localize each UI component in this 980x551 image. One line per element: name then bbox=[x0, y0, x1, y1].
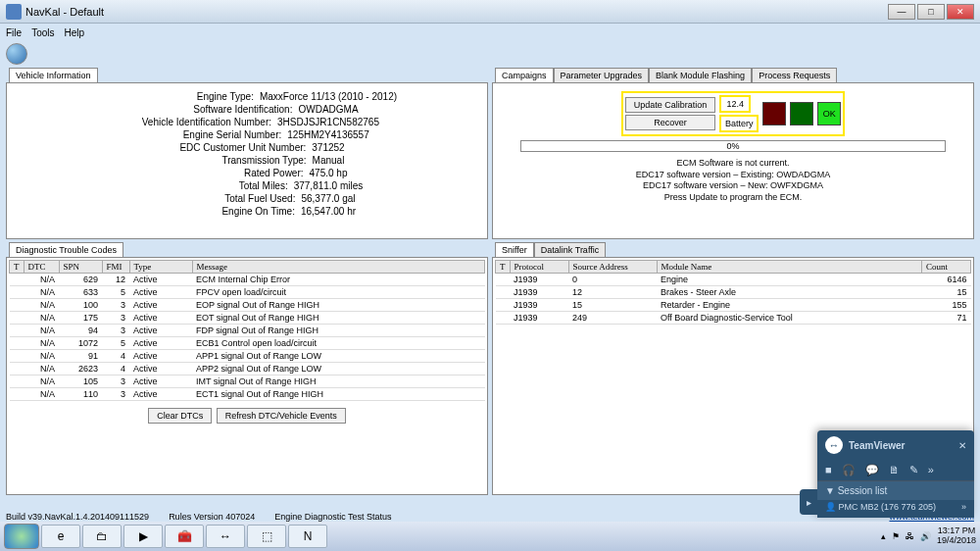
taskbar-teamviewer-icon[interactable]: ↔ bbox=[206, 525, 245, 548]
vehicle-info-panel: Vehicle Information Engine Type:MaxxForc… bbox=[6, 82, 488, 239]
table-row[interactable]: N/A26234ActiveAPP2 signal Out of Range L… bbox=[10, 363, 485, 376]
taskbar-app2-icon[interactable]: ⬚ bbox=[247, 525, 286, 548]
table-row[interactable]: J193912Brakes - Steer Axle15 bbox=[496, 286, 971, 299]
col-dtc[interactable]: DTC bbox=[24, 261, 59, 274]
toolbar bbox=[0, 41, 980, 69]
taskbar-app1-icon[interactable]: 🧰 bbox=[165, 525, 204, 548]
teamviewer-session-item[interactable]: 👤 PMC MB2 (176 776 205)» bbox=[817, 500, 974, 518]
col-src[interactable]: Source Address bbox=[568, 261, 657, 274]
info-value: OWDADGMA bbox=[298, 104, 358, 115]
tv-chat-icon[interactable]: 💬 bbox=[865, 464, 879, 476]
table-row[interactable]: N/A6335ActiveFPCV open load/circuit bbox=[10, 286, 485, 299]
table-row[interactable]: N/A62912ActiveECM Internal Chip Error bbox=[10, 274, 485, 286]
tab-campaigns[interactable]: Campaigns bbox=[495, 68, 554, 82]
sniffer-table: T Protocol Source Address Module Name Co… bbox=[495, 260, 971, 325]
clear-dtcs-button[interactable]: Clear DTCs bbox=[148, 408, 212, 424]
tray-volume-icon[interactable]: 🔊 bbox=[920, 531, 931, 541]
tray-expand-icon[interactable]: ▴ bbox=[881, 531, 886, 541]
tab-sniffer[interactable]: Sniffer bbox=[495, 242, 534, 257]
menu-help[interactable]: Help bbox=[64, 27, 84, 38]
col-fmi[interactable]: FMI bbox=[102, 261, 129, 274]
table-row[interactable]: N/A10725ActiveECB1 Control open load/cir… bbox=[10, 337, 485, 350]
info-label: Total Fuel Used: bbox=[138, 193, 295, 204]
ok-button[interactable]: OK bbox=[817, 102, 841, 125]
ecm-status-text: ECM Software is not current. EDC17 softw… bbox=[636, 158, 831, 204]
menu-file[interactable]: File bbox=[6, 27, 22, 38]
tab-process-req[interactable]: Process Requests bbox=[752, 68, 837, 82]
table-row[interactable]: N/A1753ActiveEOT signal Out of Range HIG… bbox=[10, 312, 485, 325]
teamviewer-session-header[interactable]: ▼ Session list bbox=[817, 480, 974, 500]
progress-bar: 0% bbox=[520, 140, 946, 152]
taskbar-clock[interactable]: 13:17 PM 19/4/2018 bbox=[937, 526, 976, 546]
col-spn[interactable]: SPN bbox=[59, 261, 102, 274]
info-value: Manual bbox=[313, 155, 345, 166]
app-icon bbox=[6, 4, 22, 20]
info-label: EDC Customer Unit Number: bbox=[149, 142, 306, 153]
tv-more-icon[interactable]: » bbox=[928, 464, 934, 476]
info-value: 125HM2Y4136557 bbox=[287, 129, 368, 140]
info-label: Engine Type: bbox=[97, 91, 254, 102]
col-type[interactable]: Type bbox=[129, 261, 192, 274]
window-title: NavKal - Default bbox=[25, 6, 888, 18]
campaign-panel: Campaigns Parameter Upgrades Blank Modul… bbox=[492, 82, 974, 239]
taskbar-ie-icon[interactable]: e bbox=[41, 525, 80, 548]
info-label: Rated Power: bbox=[147, 168, 304, 178]
col-count[interactable]: Count bbox=[922, 261, 971, 274]
col-t2[interactable]: T bbox=[496, 261, 511, 274]
info-label: Engine On Time: bbox=[138, 206, 295, 217]
info-label: Total Miles: bbox=[131, 180, 288, 191]
battery-label: Battery bbox=[719, 115, 759, 132]
tv-file-icon[interactable]: 🗎 bbox=[889, 464, 900, 476]
table-row[interactable]: J1939249Off Board Diagnostic-Service Too… bbox=[496, 312, 971, 325]
col-t[interactable]: T bbox=[10, 261, 24, 274]
table-row[interactable]: N/A1003ActiveEOP signal Out of Range HIG… bbox=[10, 299, 485, 312]
tv-audio-icon[interactable]: 🎧 bbox=[842, 464, 856, 476]
table-row[interactable]: J19390Engine6146 bbox=[496, 274, 971, 286]
tab-vehicle-info[interactable]: Vehicle Information bbox=[9, 68, 98, 82]
status-indicator-green bbox=[790, 102, 813, 125]
taskbar-explorer-icon[interactable]: 🗀 bbox=[82, 525, 122, 548]
teamviewer-widget: ▸ ↔ TeamViewer ✕ ■ 🎧 💬 🗎 ✎ » ▼ Session l… bbox=[817, 430, 974, 518]
start-button[interactable] bbox=[4, 524, 39, 549]
taskbar-navkal-icon[interactable]: N bbox=[288, 525, 327, 548]
minimize-button[interactable]: — bbox=[888, 4, 915, 20]
tv-video-icon[interactable]: ■ bbox=[825, 464, 832, 476]
info-value: 3HSDJSJR1CN582765 bbox=[277, 117, 379, 127]
teamviewer-close-icon[interactable]: ✕ bbox=[958, 440, 966, 451]
recover-button[interactable]: Recover bbox=[625, 115, 716, 130]
table-row[interactable]: N/A1053ActiveIMT signal Out of Range HIG… bbox=[10, 376, 485, 388]
dtc-table: T DTC SPN FMI Type Message N/A62912Activ… bbox=[9, 260, 485, 401]
menu-tools[interactable]: Tools bbox=[31, 27, 54, 38]
info-label: Software Identification: bbox=[135, 104, 292, 115]
tv-tools-icon[interactable]: ✎ bbox=[909, 464, 918, 476]
tray-flag-icon[interactable]: ⚑ bbox=[892, 531, 900, 541]
teamviewer-logo-icon: ↔ bbox=[825, 436, 843, 454]
info-label: Transmission Type: bbox=[150, 155, 307, 166]
menubar: File Tools Help bbox=[0, 24, 980, 41]
globe-icon[interactable] bbox=[6, 43, 27, 65]
status-build: Build v39.NavKal.1.4.201409111529 bbox=[6, 512, 149, 522]
status-indicator-red bbox=[762, 102, 786, 125]
tab-dtc[interactable]: Diagnostic Trouble Codes bbox=[9, 242, 123, 257]
col-msg[interactable]: Message bbox=[192, 261, 485, 274]
voltage-value: 12.4 bbox=[719, 95, 751, 113]
close-button[interactable]: ✕ bbox=[947, 4, 974, 20]
table-row[interactable]: N/A914ActiveAPP1 signal Out of Range LOW bbox=[10, 350, 485, 363]
taskbar: e 🗀 ▶ 🧰 ↔ ⬚ N ▴ ⚑ 🖧 🔊 13:17 PM 19/4/2018 bbox=[0, 522, 980, 551]
col-mod[interactable]: Module Name bbox=[657, 261, 922, 274]
taskbar-media-icon[interactable]: ▶ bbox=[123, 525, 163, 548]
maximize-button[interactable]: □ bbox=[917, 4, 945, 20]
col-proto[interactable]: Protocol bbox=[510, 261, 568, 274]
teamviewer-collapse-tab[interactable]: ▸ bbox=[800, 489, 817, 515]
tab-blank-flash[interactable]: Blank Module Flashing bbox=[649, 68, 752, 82]
tab-datalink[interactable]: Datalink Traffic bbox=[534, 242, 606, 257]
tab-param-upgrades[interactable]: Parameter Upgrades bbox=[554, 68, 650, 82]
table-row[interactable]: N/A1103ActiveECT1 signal Out of Range HI… bbox=[10, 388, 485, 401]
refresh-dtcs-button[interactable]: Refresh DTC/Vehicle Events bbox=[217, 408, 346, 424]
update-calibration-button[interactable]: Update Calibration bbox=[625, 97, 716, 113]
tray-network-icon[interactable]: 🖧 bbox=[906, 531, 914, 541]
table-row[interactable]: N/A943ActiveFDP signal Out of Range HIGH bbox=[10, 325, 485, 337]
table-row[interactable]: J193915Retarder - Engine155 bbox=[496, 299, 971, 312]
info-label: Vehicle Identification Number: bbox=[115, 117, 271, 127]
info-label: Engine Serial Number: bbox=[124, 129, 281, 140]
